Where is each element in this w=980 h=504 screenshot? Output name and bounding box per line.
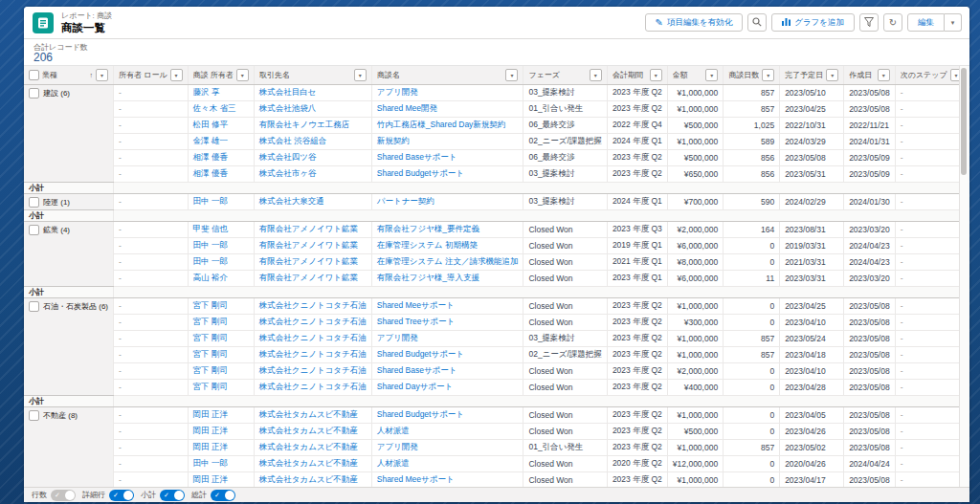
cell-opportunity-name[interactable]: 人材派遣	[371, 423, 523, 439]
cell-opportunity-owner[interactable]: 佐々木 省三	[188, 100, 254, 117]
cell-account-name[interactable]: 株式会社四ツ谷	[254, 149, 371, 165]
cell-account-name[interactable]: 株式会社クニノトコタチ石油	[254, 314, 371, 330]
cell-opportunity-owner[interactable]: 甲斐 信也	[188, 221, 254, 237]
cell-account-name[interactable]: 株式会社 渋谷組合	[254, 133, 371, 149]
cell-opportunity-owner[interactable]: 藤沢 享	[188, 84, 254, 100]
cell-account-name[interactable]: 株式会社クニノトコタチ石油	[254, 297, 371, 314]
cell-opportunity-name[interactable]: Shared Budgetサポート	[371, 165, 523, 182]
cell-opportunity-name[interactable]: Shared Budgetサポート	[371, 406, 523, 423]
cell-account-name[interactable]: 株式会社クニノトコタチ石油	[254, 362, 371, 379]
group-checkbox[interactable]	[29, 88, 39, 99]
cell-opportunity-name[interactable]: Shared Dayサポート	[371, 379, 523, 395]
cell-opportunity-owner[interactable]: 宮下 剛司	[188, 314, 254, 330]
column-header[interactable]: 会計期間▾	[607, 66, 667, 84]
column-filter-icon[interactable]: ▾	[705, 69, 718, 81]
subtotal-toggle[interactable]: ✓	[160, 490, 185, 501]
cell-opportunity-name[interactable]: 竹内工務店様_Shared Day新規契約	[371, 117, 523, 133]
cell-account-name[interactable]: 有限会社アメノイワト鉱業	[254, 270, 371, 286]
cell-opportunity-owner[interactable]: 宮下 剛司	[188, 362, 254, 379]
cell-opportunity-name[interactable]: Shared Baseサポート	[371, 149, 523, 165]
cell-opportunity-owner[interactable]: 田中 一郎	[188, 455, 254, 471]
cell-opportunity-owner[interactable]: 岡田 正洋	[188, 406, 254, 423]
cell-account-name[interactable]: 株式会社タカムスビ不動産	[254, 471, 371, 488]
enable-inline-edit-button[interactable]: ✎ 項目編集を有効化	[645, 13, 744, 32]
cell-account-name[interactable]: 有限会社アメノイワト鉱業	[254, 253, 371, 270]
filter-button[interactable]	[859, 13, 879, 32]
column-filter-icon[interactable]: ▾	[354, 69, 367, 81]
cell-opportunity-name[interactable]: 人材派遣	[371, 455, 523, 471]
cell-opportunity-owner[interactable]: 岡田 正洋	[188, 471, 254, 488]
group-checkbox[interactable]	[29, 410, 39, 421]
cell-opportunity-name[interactable]: 新規契約	[371, 133, 523, 149]
cell-opportunity-owner[interactable]: 宮下 剛司	[188, 346, 254, 362]
column-header[interactable]: 業種↑▾	[24, 66, 114, 84]
cell-opportunity-name[interactable]: Shared Budgetサポート	[371, 346, 523, 362]
column-header[interactable]: 商談日数▾	[724, 66, 780, 84]
column-filter-icon[interactable]: ▾	[878, 69, 890, 81]
grand-total-toggle[interactable]: ✓	[211, 490, 235, 501]
cell-account-name[interactable]: 株式会社市ヶ谷	[254, 165, 371, 182]
cell-opportunity-name[interactable]: アプリ開発	[371, 84, 523, 100]
cell-opportunity-owner[interactable]: 金澤 雄一	[188, 133, 254, 149]
cell-opportunity-owner[interactable]: 高山 裕介	[188, 270, 254, 286]
cell-opportunity-name[interactable]: アプリ開発	[371, 330, 523, 346]
cell-account-name[interactable]: 株式会社池袋八	[254, 100, 371, 117]
search-button[interactable]	[747, 13, 767, 32]
column-filter-icon[interactable]: ▾	[590, 69, 602, 81]
cell-opportunity-name[interactable]: 在庫管理システム 注文／請求機能追加	[371, 253, 523, 270]
cell-account-name[interactable]: 有限会社キノウエ工務店	[254, 117, 371, 133]
column-header[interactable]: 所有者 ロール▾	[114, 66, 189, 84]
column-header[interactable]: 完了予定日▾	[780, 66, 844, 84]
cell-opportunity-name[interactable]: Shared Mee開発	[371, 100, 523, 117]
column-filter-icon[interactable]: ▾	[826, 69, 838, 81]
group-checkbox[interactable]	[29, 225, 39, 235]
edit-dropdown-button[interactable]: ▾	[945, 13, 962, 32]
cell-account-name[interactable]: 株式会社クニノトコタチ石油	[254, 346, 371, 362]
cell-opportunity-owner[interactable]: 宮下 剛司	[188, 379, 254, 395]
column-filter-icon[interactable]: ▾	[650, 69, 662, 81]
column-header[interactable]: フェーズ▾	[523, 66, 607, 84]
cell-account-name[interactable]: 株式会社タカムスビ不動産	[254, 455, 371, 471]
group-checkbox[interactable]	[29, 197, 39, 208]
cell-opportunity-owner[interactable]: 岡田 正洋	[188, 423, 254, 439]
column-filter-icon[interactable]: ▾	[762, 69, 774, 81]
scrollbar-thumb[interactable]	[961, 68, 967, 175]
cell-account-name[interactable]: 株式会社目白セ	[254, 84, 371, 100]
vertical-scrollbar[interactable]	[959, 66, 969, 488]
cell-opportunity-owner[interactable]: 岡田 正洋	[188, 439, 254, 455]
column-filter-icon[interactable]: ▾	[236, 69, 249, 81]
cell-opportunity-owner[interactable]: 田中 一郎	[188, 253, 254, 270]
cell-opportunity-name[interactable]: Shared Treeサポート	[371, 314, 523, 330]
column-filter-icon[interactable]: ▾	[96, 69, 108, 81]
cell-opportunity-name[interactable]: 在庫管理システム 初期構築	[371, 237, 523, 253]
cell-opportunity-name[interactable]: Shared Baseサポート	[371, 362, 523, 379]
cell-account-name[interactable]: 株式会社タカムスビ不動産	[254, 423, 371, 439]
column-header[interactable]: 商談 所有者▾	[188, 66, 254, 84]
cell-opportunity-owner[interactable]: 相澤 優香	[188, 165, 254, 182]
cell-opportunity-owner[interactable]: 田中 一郎	[188, 237, 254, 253]
cell-opportunity-owner[interactable]: 相澤 優香	[188, 149, 254, 165]
column-header[interactable]: 取引先名▾	[254, 66, 371, 84]
column-filter-icon[interactable]: ▾	[170, 69, 183, 81]
refresh-button[interactable]: ↻	[883, 13, 902, 32]
cell-account-name[interactable]: 株式会社クニノトコタチ石油	[254, 330, 371, 346]
edit-button[interactable]: 編集	[907, 13, 945, 32]
cell-opportunity-name[interactable]: 有限会社フジヤ様_要件定義	[371, 221, 523, 237]
column-header[interactable]: 商談名▾	[371, 66, 523, 84]
column-header[interactable]: 作成日▾	[844, 66, 896, 84]
add-chart-button[interactable]: グラフを追加	[771, 13, 855, 32]
cell-account-name[interactable]: 株式会社クニノトコタチ石油	[254, 379, 371, 395]
column-header[interactable]: 次のステップ▾	[895, 66, 968, 84]
cell-account-name[interactable]: 株式会社タカムスビ不動産	[254, 439, 371, 455]
cell-opportunity-name[interactable]: 有限会社フジヤ様_導入支援	[371, 270, 523, 286]
cell-account-name[interactable]: 株式会社大泉交通	[254, 193, 371, 209]
select-all-checkbox[interactable]	[29, 70, 39, 80]
detail-rows-toggle[interactable]: ✓	[109, 490, 134, 501]
cell-opportunity-name[interactable]: パートナー契約	[371, 193, 523, 209]
column-filter-icon[interactable]: ▾	[505, 69, 518, 81]
column-header[interactable]: 金額▾	[667, 66, 723, 84]
cell-account-name[interactable]: 株式会社タカムスビ不動産	[254, 406, 371, 423]
cell-opportunity-owner[interactable]: 松田 修平	[188, 117, 254, 133]
cell-opportunity-owner[interactable]: 宮下 剛司	[188, 297, 254, 314]
cell-opportunity-name[interactable]: アプリ開発	[371, 439, 523, 455]
